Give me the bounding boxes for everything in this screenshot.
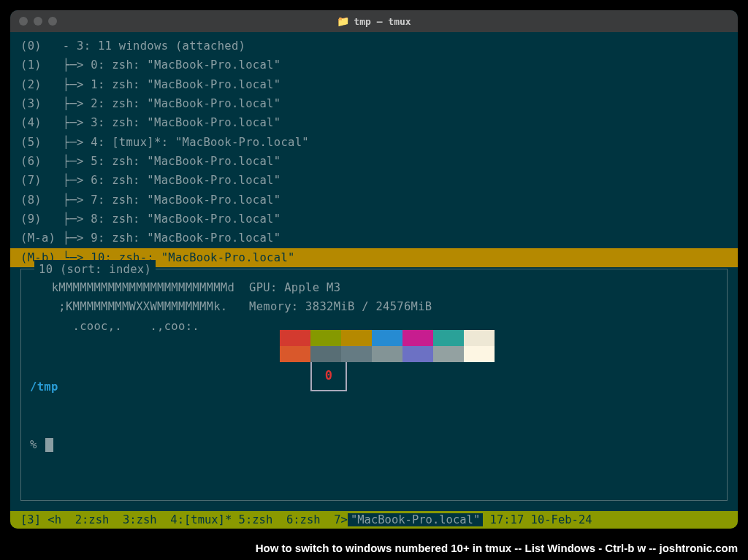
color-swatches [249, 330, 495, 362]
tree-item[interactable]: (8) ├─> 7: zsh: "MacBook-Pro.local" [20, 191, 728, 210]
color-swatch [280, 346, 310, 362]
zoom-icon[interactable] [48, 17, 57, 26]
tree-item[interactable]: (5) ├─> 4: [tmux]*: "MacBook-Pro.local" [20, 133, 728, 152]
close-icon[interactable] [19, 17, 28, 26]
terminal-body[interactable]: (0) - 3: 11 windows (attached) (1) ├─> 0… [10, 32, 738, 501]
folder-icon: 📁 [337, 15, 349, 27]
cursor-icon [45, 438, 53, 452]
color-swatch [341, 330, 372, 346]
status-active-window: "MacBook-Pro.local" [348, 513, 483, 526]
status-left: [3] <h 2:zsh 3:zsh 4:[tmux]* 5:zsh 6:zsh… [20, 513, 592, 526]
tree-item[interactable]: (4) ├─> 3: zsh: "MacBook-Pro.local" [20, 113, 728, 132]
color-swatch [402, 330, 433, 346]
terminal-window: 📁 tmp — tmux (0) - 3: 11 windows (attach… [10, 10, 738, 529]
color-swatch [433, 346, 464, 362]
window-title: 📁 tmp — tmux [337, 15, 411, 27]
minimize-icon[interactable] [34, 17, 42, 26]
color-swatch [372, 330, 402, 346]
tree-item[interactable]: (3) ├─> 2: zsh: "MacBook-Pro.local" [20, 94, 728, 113]
preview-label: 10 (sort: index) [34, 260, 156, 279]
tmux-statusbar: [3] <h 2:zsh 3:zsh 4:[tmux]* 5:zsh 6:zsh… [10, 511, 738, 529]
tree-item[interactable]: (1) ├─> 0: zsh: "MacBook-Pro.local" [20, 55, 728, 74]
color-swatch [310, 330, 341, 346]
tree-item[interactable]: (7) ├─> 6: zsh: "MacBook-Pro.local" [20, 171, 728, 190]
color-swatch [341, 346, 372, 362]
color-swatch [402, 346, 433, 362]
prompt-area[interactable]: /tmp % [30, 339, 86, 493]
color-swatch [280, 330, 310, 346]
preview-pane: 10 (sort: index) kMMMMMMMMMMMMMMMMMMMMMM… [20, 269, 728, 501]
memory-info: Memory: 3832MiB / 24576MiB [249, 297, 495, 316]
color-swatch [372, 346, 402, 362]
titlebar: 📁 tmp — tmux [10, 10, 738, 32]
color-swatch [249, 330, 280, 346]
tree-item[interactable]: (9) ├─> 8: zsh: "MacBook-Pro.local" [20, 210, 728, 229]
tree-item[interactable]: (6) ├─> 5: zsh: "MacBook-Pro.local" [20, 152, 728, 171]
image-caption: How to switch to windows numbered 10+ in… [10, 542, 738, 554]
color-swatch [433, 330, 464, 346]
color-swatch [464, 346, 495, 362]
prompt-line[interactable]: % [30, 435, 86, 454]
tree-item[interactable]: (M-a) ├─> 9: zsh: "MacBook-Pro.local" [20, 229, 728, 248]
cwd-path: /tmp [30, 377, 86, 396]
gpu-info: GPU: Apple M3 [249, 278, 495, 297]
title-text: tmp — tmux [354, 16, 411, 27]
tree-item[interactable]: (2) ├─> 1: zsh: "MacBook-Pro.local" [20, 75, 728, 94]
color-swatch [464, 330, 495, 346]
traffic-lights [19, 17, 57, 26]
pane-number-indicator: 0 [310, 361, 347, 391]
tree-header[interactable]: (0) - 3: 11 windows (attached) [20, 37, 728, 55]
color-swatch [310, 346, 341, 362]
